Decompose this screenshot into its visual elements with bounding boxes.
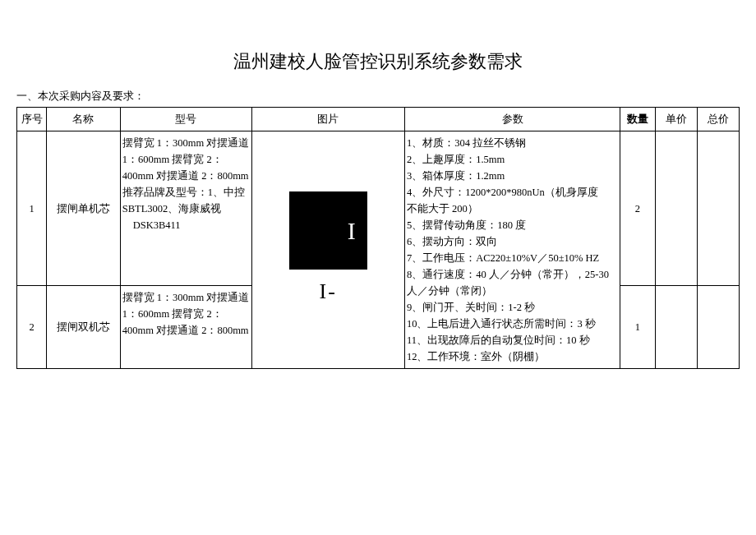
requirements-table: 序号 名称 型号 图片 参数 数量 单价 总价 1 摆闸单机芯 摆臂宽 1：30… [16,107,740,369]
cell-seq: 1 [17,131,47,286]
cell-unit-price [655,286,697,369]
table-row: 1 摆闸单机芯 摆臂宽 1：300mm 对摆通道 1：600mm 摆臂宽 2：4… [17,131,740,286]
cell-name: 摆闸单机芯 [47,131,120,286]
cell-qty: 1 [620,286,656,369]
cell-qty: 2 [620,131,656,286]
th-name: 名称 [47,108,120,131]
section-subtitle: 一、本次采购内容及要求： [16,89,740,104]
th-param: 参数 [404,108,620,131]
th-total: 总价 [697,108,739,131]
cell-name: 摆闸双机芯 [47,286,120,369]
cell-unit-price [655,131,697,286]
th-seq: 序号 [17,108,47,131]
document-title: 温州建校人脸管控识别系统参数需求 [16,49,740,74]
cell-param: 1、材质：304 拉丝不锈钢 2、上趣厚度：1.5mm 3、箱体厚度：1.2mm… [404,131,620,369]
cell-total [697,131,739,286]
th-qty: 数量 [620,108,656,131]
th-unit-price: 单价 [655,108,697,131]
th-model: 型号 [120,108,251,131]
product-image-caption: I- [254,274,403,309]
cell-seq: 2 [17,286,47,369]
table-header-row: 序号 名称 型号 图片 参数 数量 单价 总价 [17,108,740,131]
cell-total [697,286,739,369]
product-image-placeholder: I [289,191,367,270]
cell-image: I I- [251,131,404,369]
cell-model: 摆臂宽 1：300mm 对摆通道 1：600mm 摆臂宽 2：400mm 对摆通… [120,131,251,286]
th-image: 图片 [251,108,404,131]
cell-model: 摆臂宽 1：300mm 对摆通道 1：600mm 摆臂宽 2：400mm 对摆通… [120,286,251,369]
